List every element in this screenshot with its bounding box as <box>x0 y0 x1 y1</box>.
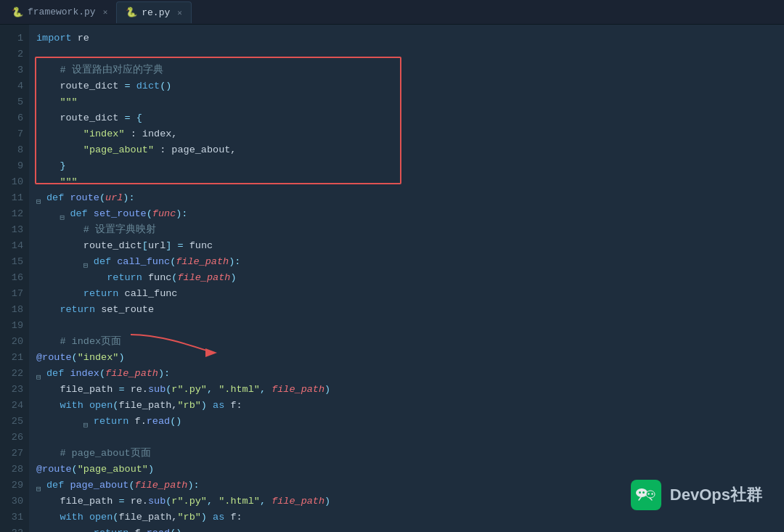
code-line-17: return call_func <box>36 286 784 302</box>
line-num-16: 16 <box>0 270 29 286</box>
line-num-4: 4 <box>0 78 29 94</box>
tab-label-2: re.py <box>142 7 170 18</box>
line-num-11: 11 <box>0 190 29 206</box>
code-line-15: ⊟def call_func(file_path): <box>36 254 784 270</box>
code-line-24: with open(file_path,"rb") as f: <box>36 398 784 414</box>
code-line-8: "page_about" : page_about, <box>36 142 784 158</box>
python-file-icon-2: 🐍 <box>126 7 137 18</box>
code-line-3: # 设置路由对应的字典 <box>36 62 784 78</box>
line-num-9: 9 <box>0 158 29 174</box>
code-line-25: ⊟return f.read() <box>36 414 784 430</box>
line-num-29: 29 <box>0 478 29 494</box>
code-line-31: with open(file_path,"rb") as f: <box>36 510 784 525</box>
line-num-2: 2 <box>0 46 29 62</box>
code-line-6: route_dict = { <box>36 110 784 126</box>
fold-indicator-29[interactable]: ⊟ <box>36 481 45 490</box>
wechat-icon <box>631 480 661 510</box>
line-num-19: 19 <box>0 318 29 334</box>
fold-indicator-11[interactable]: ⊟ <box>36 194 45 202</box>
python-file-icon: 🐍 <box>12 7 23 18</box>
watermark: DevOps社群 <box>631 480 762 510</box>
tab-close-icon[interactable]: ✕ <box>103 7 108 17</box>
line-num-18: 18 <box>0 302 29 318</box>
line-num-8: 8 <box>0 142 29 158</box>
fold-indicator-22[interactable]: ⊟ <box>36 369 45 378</box>
line-num-24: 24 <box>0 398 29 414</box>
line-num-3: 3 <box>0 62 29 78</box>
svg-point-3 <box>639 491 641 494</box>
code-line-1: import re <box>36 30 784 46</box>
code-line-10: """ <box>36 174 784 190</box>
arrow-annotation <box>123 331 218 360</box>
code-line-11: ⊟def route(url): <box>36 190 784 206</box>
line-num-30: 30 <box>0 494 29 510</box>
line-num-13: 13 <box>0 222 29 238</box>
tab-re-py[interactable]: 🐍 re.py ✕ <box>116 1 192 23</box>
svg-point-2 <box>646 491 655 498</box>
tab-close-icon-2[interactable]: ✕ <box>177 8 182 17</box>
line-num-31: 31 <box>0 510 29 525</box>
svg-point-4 <box>642 491 645 494</box>
line-num-1: 1 <box>0 30 29 46</box>
fold-indicator-32[interactable]: ⊟ <box>83 529 92 532</box>
line-num-32: 32 <box>0 525 29 532</box>
line-num-23: 23 <box>0 382 29 398</box>
tab-framework-py[interactable]: 🐍 framework.py ✕ <box>3 1 116 23</box>
code-line-7: "index" : index, <box>36 126 784 142</box>
fold-indicator-15[interactable]: ⊟ <box>83 258 92 266</box>
code-line-32: ⊟return f.read() <box>36 525 784 532</box>
line-num-6: 6 <box>0 110 29 126</box>
svg-point-6 <box>651 493 653 494</box>
code-line-13: # 设置字典映射 <box>36 222 784 238</box>
line-num-25: 25 <box>0 414 29 430</box>
watermark-text: DevOps社群 <box>670 487 762 503</box>
code-line-16: return func(file_path) <box>36 270 784 286</box>
fold-indicator-12[interactable]: ⊟ <box>60 210 68 218</box>
code-line-2 <box>36 46 784 62</box>
line-num-28: 28 <box>0 462 29 478</box>
tab-bar: 🐍 framework.py ✕ 🐍 re.py ✕ <box>0 0 784 25</box>
code-line-4: route_dict = dict() <box>36 78 784 94</box>
line-num-5: 5 <box>0 94 29 110</box>
fold-indicator-25[interactable]: ⊟ <box>83 417 92 426</box>
code-line-28: @route("page_about") <box>36 462 784 478</box>
line-num-27: 27 <box>0 446 29 462</box>
editor: 1 2 3 4 5 6 7 8 9 10 11 12 13 14 15 16 1… <box>0 25 784 532</box>
code-line-26 <box>36 430 784 446</box>
code-line-9: } <box>36 158 784 174</box>
line-num-10: 10 <box>0 174 29 190</box>
code-line-22: ⊟def index(file_path): <box>36 366 784 382</box>
tab-label: framework.py <box>28 7 96 17</box>
code-line-27: # page_about页面 <box>36 446 784 462</box>
line-num-20: 20 <box>0 334 29 350</box>
line-numbers: 1 2 3 4 5 6 7 8 9 10 11 12 13 14 15 16 1… <box>0 25 29 532</box>
line-num-22: 22 <box>0 366 29 382</box>
line-num-7: 7 <box>0 126 29 142</box>
code-line-5: """ <box>36 94 784 110</box>
svg-point-5 <box>648 493 649 494</box>
line-num-14: 14 <box>0 238 29 254</box>
code-content[interactable]: import re # 设置路由对应的字典 route_dict = dict(… <box>29 25 784 532</box>
line-num-12: 12 <box>0 206 29 222</box>
line-num-17: 17 <box>0 286 29 302</box>
line-num-21: 21 <box>0 350 29 366</box>
svg-point-1 <box>636 488 648 497</box>
line-num-26: 26 <box>0 430 29 446</box>
code-line-18: return set_route <box>36 302 784 318</box>
code-line-12: ⊟def set_route(func): <box>36 206 784 222</box>
line-num-15: 15 <box>0 254 29 270</box>
code-line-14: route_dict[url] = func <box>36 238 784 254</box>
code-line-23: file_path = re.sub(r".py", ".html", file… <box>36 382 784 398</box>
